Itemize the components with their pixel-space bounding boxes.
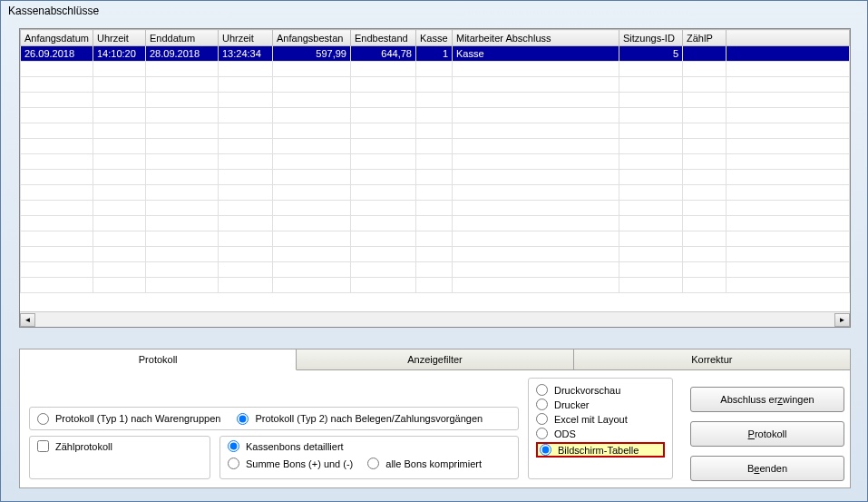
- radio-ods-input[interactable]: [536, 428, 548, 439]
- cell-empty: [416, 201, 453, 216]
- cell-empty: [273, 185, 351, 201]
- radio-druckvorschau[interactable]: Druckvorschau: [536, 384, 665, 396]
- table-row[interactable]: [21, 278, 850, 293]
- cell-empty: [146, 216, 219, 231]
- cell-empty: [273, 93, 351, 108]
- radio-ods[interactable]: ODS: [536, 428, 665, 439]
- cell-empty: [727, 201, 850, 216]
- cell-enddatum: 28.09.2018: [146, 46, 219, 62]
- radio-bild-input[interactable]: [540, 444, 551, 456]
- col-enddatum[interactable]: Enddatum: [146, 30, 219, 46]
- radio-drucker-input[interactable]: [536, 399, 548, 410]
- cell-empty: [453, 123, 619, 139]
- cell-empty: [146, 62, 219, 77]
- radio-drucker[interactable]: Drucker: [536, 399, 665, 410]
- cell-empty: [619, 262, 683, 278]
- radio-typ2[interactable]: Protokoll (Typ 2) nach Belegen/Zahlungsv…: [237, 413, 483, 425]
- cell-empty: [21, 139, 93, 154]
- cell-empty: [146, 247, 219, 262]
- cell-empty: [146, 123, 219, 139]
- table-row[interactable]: [21, 108, 850, 123]
- radio-bildschirm-tabelle[interactable]: Bildschirm-Tabelle: [540, 444, 639, 456]
- tab-protokoll[interactable]: Protokoll: [20, 349, 297, 370]
- cell-empty: [619, 185, 683, 201]
- col-sitzung[interactable]: Sitzungs-ID: [619, 30, 683, 46]
- col-endbestand[interactable]: Endbestand: [351, 30, 416, 46]
- cell-empty: [21, 201, 93, 216]
- radio-typ1[interactable]: Protokoll (Typ 1) nach Warengruppen: [37, 413, 220, 425]
- tab-korrektur[interactable]: Korrektur: [574, 349, 850, 370]
- cell-empty: [273, 139, 351, 154]
- tab-anzeigefilter[interactable]: Anzeigefilter: [297, 349, 573, 370]
- table-row[interactable]: [21, 247, 850, 262]
- table-row[interactable]: [21, 77, 850, 93]
- table-row[interactable]: [21, 262, 850, 278]
- radio-typ2-label: Protokoll (Typ 2) nach Belegen/Zahlungsv…: [255, 413, 483, 424]
- scroll-left-icon[interactable]: ◄: [20, 313, 35, 327]
- col-uhrzeit1[interactable]: Uhrzeit: [93, 30, 146, 46]
- cell-kasse: 1: [416, 46, 453, 62]
- cell-empty: [93, 278, 146, 293]
- radio-drucker-label: Drucker: [554, 399, 590, 410]
- cell-empty: [21, 154, 93, 170]
- scroll-right-icon[interactable]: ►: [834, 313, 850, 327]
- beenden-button[interactable]: Beenden: [690, 456, 844, 481]
- protokoll-button[interactable]: Protokoll: [690, 421, 844, 447]
- table-row[interactable]: [21, 154, 850, 170]
- col-anfangsdatum[interactable]: Anfangsdatum: [21, 30, 93, 46]
- cell-empty: [683, 154, 727, 170]
- horizontal-scrollbar[interactable]: ◄ ►: [20, 311, 850, 327]
- radio-kb-det-input[interactable]: [228, 440, 239, 452]
- cell-empty: [453, 262, 619, 278]
- table-row[interactable]: [21, 170, 850, 185]
- col-kasse[interactable]: Kasse: [416, 30, 453, 46]
- col-uhrzeit2[interactable]: Uhrzeit: [219, 30, 273, 46]
- cell-empty: [93, 93, 146, 108]
- radio-excel[interactable]: Excel mit Layout: [536, 413, 665, 425]
- col-mitarbeiter[interactable]: Mitarbeiter Abschluss: [453, 30, 619, 46]
- table-row[interactable]: [21, 139, 850, 154]
- closings-table[interactable]: Anfangsdatum Uhrzeit Enddatum Uhrzeit An…: [20, 29, 850, 293]
- radio-summe-bons[interactable]: Summe Bons (+) und (-): [228, 458, 353, 469]
- cell-empty: [351, 201, 416, 216]
- radio-alle-input[interactable]: [367, 458, 379, 469]
- cell-empty: [273, 278, 351, 293]
- radio-typ1-input[interactable]: [37, 413, 49, 425]
- cell-empty: [273, 123, 351, 139]
- table-row[interactable]: [21, 185, 850, 201]
- check-zaehlprotokoll-input[interactable]: [37, 440, 49, 452]
- table-row[interactable]: [21, 93, 850, 108]
- cell-empty: [416, 154, 453, 170]
- tab-panel-protokoll: Protokoll (Typ 1) nach Warengruppen Prot…: [19, 370, 851, 488]
- abschluss-erzwingen-button[interactable]: Abschluss erzwingen: [690, 387, 844, 412]
- table-row[interactable]: [21, 123, 850, 139]
- table-row[interactable]: [21, 231, 850, 247]
- cell-empty: [683, 185, 727, 201]
- col-spare: [727, 30, 850, 46]
- col-zaehlp[interactable]: ZählP: [683, 30, 727, 46]
- cell-empty: [93, 185, 146, 201]
- cell-empty: [21, 93, 93, 108]
- radio-kb-det-label: Kassenbons detailliert: [246, 441, 344, 452]
- col-anfangsbestand[interactable]: Anfangsbestan: [273, 30, 351, 46]
- table-row[interactable]: [21, 201, 850, 216]
- radio-alle-bons[interactable]: alle Bons komprimiert: [367, 458, 482, 469]
- cell-empty: [21, 278, 93, 293]
- cell-empty: [219, 278, 273, 293]
- cell-empty: [21, 185, 93, 201]
- check-zaehlprotokoll[interactable]: Zählprotokoll: [37, 440, 112, 452]
- radio-kassenbons-detailliert[interactable]: Kassenbons detailliert: [228, 440, 511, 452]
- radio-typ2-input[interactable]: [237, 413, 249, 425]
- cell-empty: [219, 170, 273, 185]
- radio-excel-input[interactable]: [536, 413, 548, 425]
- table-row[interactable]: [21, 62, 850, 77]
- cell-empty: [727, 154, 850, 170]
- cell-empty: [273, 247, 351, 262]
- table-row[interactable]: [21, 216, 850, 231]
- table-row[interactable]: 26.09.201814:10:2028.09.201813:24:34597,…: [21, 46, 850, 62]
- cell-empty: [619, 231, 683, 247]
- cell-empty: [93, 247, 146, 262]
- radio-summe-input[interactable]: [228, 458, 239, 469]
- cell-empty: [416, 170, 453, 185]
- radio-druckvorschau-input[interactable]: [536, 384, 548, 396]
